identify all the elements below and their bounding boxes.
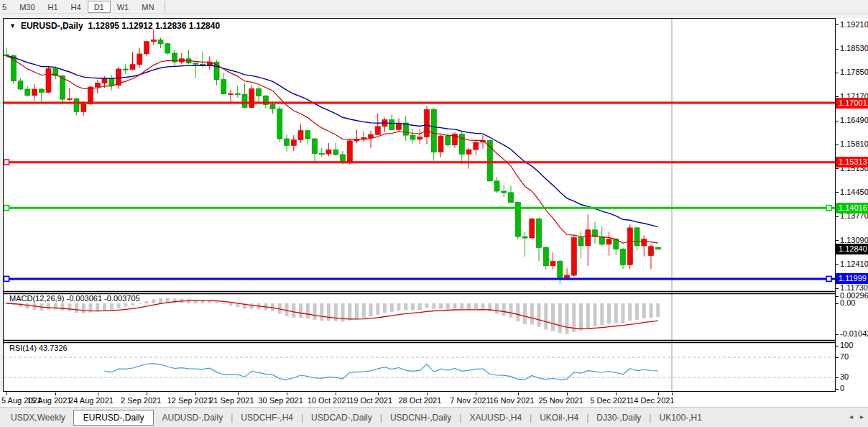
chart-tab-usdx-weekly[interactable]: USDX,Weekly xyxy=(3,410,73,425)
chart-tab-eurusd-daily[interactable]: EURUSD-,Daily xyxy=(73,410,154,426)
time-axis-tick xyxy=(476,392,476,395)
axis-tick xyxy=(836,334,839,335)
time-axis-tick xyxy=(616,392,617,395)
axis-tick xyxy=(836,288,839,289)
date-label: 30 Sep 2021 xyxy=(258,396,303,405)
price-axis-label: 1.17850 xyxy=(840,68,868,76)
timeframe-button-m30[interactable]: M30 xyxy=(13,1,41,13)
rsi-label: RSI(14) 43.7326 xyxy=(9,344,68,352)
price-axis-label: 1.15810 xyxy=(840,139,868,148)
time-axis-tick xyxy=(238,392,239,395)
time-axis-tick xyxy=(147,392,147,395)
time-axis-tick xyxy=(518,392,519,395)
chart-tab-uk100-h1[interactable]: UK100-,H1 xyxy=(651,410,709,425)
level-price-badge: 1.17001 xyxy=(836,98,868,109)
axis-tick xyxy=(836,346,839,346)
axis-tick xyxy=(836,168,839,169)
axis-tick xyxy=(836,24,839,25)
timeframe-button-h4[interactable]: H4 xyxy=(65,1,88,13)
axis-tick xyxy=(836,389,839,390)
axis-tick xyxy=(836,216,839,217)
axis-tick xyxy=(836,192,839,193)
date-label: 14 Dec 2021 xyxy=(629,396,674,405)
axis-tick xyxy=(836,49,839,50)
level-price-badge: 1.14016 xyxy=(836,203,868,214)
date-label: 15 Aug 2021 xyxy=(27,396,72,405)
chart-tab-xauusd-h4[interactable]: XAUUSD-,H4 xyxy=(461,410,530,425)
price-axis-label: 1.13090 xyxy=(840,236,868,244)
chart-tab-usdchf-h4[interactable]: USDCHF-,H4 xyxy=(233,410,301,425)
macd-axis-label: -0.010422 xyxy=(840,329,868,338)
time-axis: 5 Aug 202115 Aug 202124 Aug 20212 Sep 20… xyxy=(0,392,868,407)
price-axis-label: 1.14450 xyxy=(840,188,868,196)
timeframe-button-mn[interactable]: MN xyxy=(135,1,160,13)
axis-tick xyxy=(836,121,839,121)
date-label: 2 Sep 2021 xyxy=(121,396,161,405)
macd-label: MACD(12,26,9) -0.003061 -0.003705 xyxy=(9,294,140,303)
time-axis-tick xyxy=(672,392,673,395)
price-axis-label: 1.12410 xyxy=(840,260,868,268)
time-axis-tick xyxy=(98,392,98,395)
tab-scroll-right-icon[interactable]: ▸ xyxy=(860,413,864,421)
axis-tick xyxy=(836,240,839,241)
axis-tick xyxy=(836,377,839,378)
date-label: 25 Nov 2021 xyxy=(538,396,583,405)
time-axis-tick xyxy=(378,392,379,395)
current-price-badge: 1.12840 xyxy=(836,244,868,254)
chart-ohlc-readout: 1.12895 1.12912 1.12836 1.12840 xyxy=(88,21,221,31)
chart-tab-audusd-daily[interactable]: AUDUSD-,Daily xyxy=(154,410,231,425)
date-label: 24 Aug 2021 xyxy=(69,396,114,405)
level-price-badge: 1.15313 xyxy=(836,157,868,167)
chart-tab-bar: USDX,WeeklyEURUSD-,DailyAUDUSD-,Daily|US… xyxy=(0,407,868,427)
rsi-axis-label: 70 xyxy=(840,352,849,361)
date-label: 12 Sep 2021 xyxy=(167,396,212,405)
axis-tick xyxy=(836,73,839,73)
time-axis-tick xyxy=(658,392,659,395)
timeframe-button-h1[interactable]: H1 xyxy=(42,1,65,13)
date-label: 5 Dec 2021 xyxy=(590,396,630,405)
toolbar-divider xyxy=(165,1,165,12)
axis-tick xyxy=(836,264,839,265)
dropdown-arrow-icon[interactable]: ▼ xyxy=(9,22,16,29)
time-axis-tick xyxy=(55,392,56,395)
chart-area[interactable]: ▼ EURUSD-,Daily 1.12895 1.12912 1.12836 … xyxy=(3,18,836,392)
axis-tick xyxy=(836,144,839,145)
chart-symbol: EURUSD-,Daily xyxy=(21,21,83,31)
axis-tick xyxy=(836,357,839,358)
rsi-axis-label: 100 xyxy=(840,341,853,349)
axis-tick xyxy=(836,296,839,297)
mt4-window: 5M30H1H4D1W1MN ▼ EURUSD-,Daily 1.12895 1… xyxy=(0,0,868,427)
time-axis-tick xyxy=(427,392,428,395)
date-label: 7 Nov 2021 xyxy=(450,396,490,405)
timeframe-toolbar: 5M30H1H4D1W1MN xyxy=(0,0,868,14)
timeframe-button-d1[interactable]: D1 xyxy=(88,1,111,13)
chart-title: ▼ EURUSD-,Daily 1.12895 1.12912 1.12836 … xyxy=(9,21,220,31)
price-axis: 1.192101.185301.178501.171701.164901.158… xyxy=(836,18,868,392)
date-label: 10 Oct 2021 xyxy=(308,396,351,405)
chart-tab-ukoil-h4[interactable]: UKOil-,H4 xyxy=(532,410,586,425)
chart-tab-usdcnh-daily[interactable]: USDCNH-,Daily xyxy=(382,410,459,425)
date-label: 28 Oct 2021 xyxy=(398,396,441,405)
date-label: 19 Oct 2021 xyxy=(349,396,392,405)
date-label: 16 Nov 2021 xyxy=(489,396,534,405)
level-price-badge: 1.11999 xyxy=(836,273,868,284)
macd-axis-label: 0.00 xyxy=(840,298,855,307)
timeframe-button-w1[interactable]: W1 xyxy=(111,1,136,13)
chart-canvas[interactable] xyxy=(3,18,836,392)
time-axis-tick xyxy=(336,392,336,395)
time-axis-tick xyxy=(195,392,196,395)
rsi-axis-label: 30 xyxy=(840,372,849,381)
time-axis-tick xyxy=(567,392,568,395)
chart-tab-usdcad-daily[interactable]: USDCAD-,Daily xyxy=(303,410,380,425)
price-axis-label: 1.18530 xyxy=(840,44,868,52)
timeframe-button-5[interactable]: 5 xyxy=(0,1,13,13)
price-axis-label: 1.19210 xyxy=(840,20,868,29)
tab-scroll-left-icon[interactable]: ◂ xyxy=(849,413,853,421)
date-label: 21 Sep 2021 xyxy=(209,396,254,405)
price-axis-label: 1.16490 xyxy=(840,116,868,124)
time-axis-tick xyxy=(287,392,287,395)
axis-tick xyxy=(836,303,839,304)
chart-tab-dj30-daily[interactable]: DJ30-,Daily xyxy=(588,410,649,425)
time-axis-tick xyxy=(6,392,7,395)
